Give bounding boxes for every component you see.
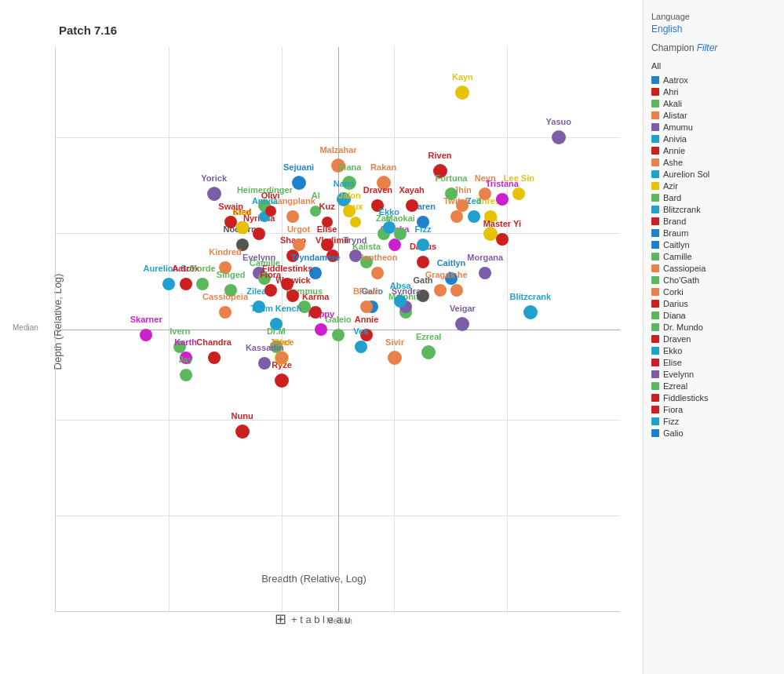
data-point[interactable] [406, 199, 418, 212]
filter-label[interactable]: Filter [697, 42, 718, 53]
data-point[interactable] [342, 176, 356, 190]
data-point[interactable] [180, 369, 192, 381]
data-point[interactable] [388, 239, 401, 251]
legend-item[interactable]: Evelynn [651, 370, 776, 379]
legend-item[interactable]: Ahri [651, 87, 776, 97]
all-label[interactable]: All [651, 61, 776, 71]
data-point[interactable] [394, 295, 407, 308]
data-point[interactable] [468, 210, 480, 223]
data-point[interactable] [219, 261, 232, 274]
legend-item[interactable]: Fiddlesticks [651, 393, 776, 403]
data-point[interactable] [377, 176, 391, 190]
legend-item[interactable]: Diana [651, 311, 776, 320]
data-point[interactable] [332, 329, 345, 341]
legend-item[interactable]: Akali [651, 99, 776, 108]
data-point[interactable] [417, 256, 429, 268]
data-point[interactable] [286, 290, 299, 302]
data-point[interactable] [321, 239, 334, 251]
data-point[interactable] [207, 187, 221, 201]
data-point[interactable] [371, 199, 384, 212]
data-point[interactable] [496, 193, 509, 206]
legend-item[interactable]: Cho'Gath [651, 275, 776, 285]
legend-item[interactable]: Anivia [651, 134, 776, 144]
language-value[interactable]: English [651, 24, 776, 35]
data-point[interactable] [360, 301, 373, 313]
legend-item[interactable]: Bard [651, 193, 776, 202]
data-point[interactable] [371, 267, 384, 279]
data-point[interactable] [455, 317, 469, 331]
legend-item[interactable]: Galio [651, 428, 776, 438]
data-point[interactable] [388, 351, 402, 365]
legend-item[interactable]: Annie [651, 146, 776, 155]
legend-item[interactable]: Cassiopeia [651, 264, 776, 273]
data-point[interactable] [219, 306, 232, 319]
legend-item[interactable]: Caitlyn [651, 240, 776, 250]
data-point[interactable] [445, 272, 458, 285]
legend-item[interactable]: Braum [651, 228, 776, 238]
data-point[interactable] [236, 239, 249, 251]
data-point[interactable] [479, 188, 491, 200]
data-point[interactable] [196, 278, 209, 290]
data-point[interactable] [349, 250, 362, 262]
data-point[interactable] [343, 205, 356, 217]
legend-item[interactable]: Darius [651, 299, 776, 308]
legend-item[interactable]: Ekko [651, 346, 776, 355]
data-point[interactable] [360, 256, 373, 268]
legend-item[interactable]: Camille [651, 252, 776, 261]
data-point[interactable] [162, 278, 175, 290]
data-point[interactable] [512, 188, 525, 200]
legend-item[interactable]: Elise [651, 358, 776, 367]
data-point[interactable] [309, 267, 322, 279]
data-point[interactable] [383, 221, 396, 234]
data-point[interactable] [264, 284, 277, 297]
data-point[interactable] [310, 206, 321, 217]
data-point[interactable] [355, 341, 367, 353]
legend-item[interactable]: Aatrox [651, 75, 776, 85]
data-point[interactable] [417, 216, 429, 228]
data-point[interactable] [455, 86, 469, 100]
data-point[interactable] [433, 164, 447, 178]
data-point[interactable] [394, 228, 407, 240]
data-point[interactable] [224, 284, 237, 297]
legend-item[interactable]: Fiora [651, 405, 776, 414]
data-point[interactable] [456, 199, 469, 212]
legend-item[interactable]: Dr. Mundo [651, 322, 776, 332]
data-point[interactable] [293, 239, 305, 251]
legend-item[interactable]: Fizz [651, 417, 776, 426]
data-point[interactable] [350, 217, 361, 228]
data-point[interactable] [326, 250, 339, 262]
data-point[interactable] [235, 424, 250, 439]
data-point[interactable] [479, 267, 491, 279]
data-point[interactable] [417, 290, 429, 302]
data-point[interactable] [270, 318, 283, 330]
data-point[interactable] [315, 323, 327, 336]
legend-item[interactable]: Alistar [651, 111, 776, 120]
legend-item[interactable]: Corki [651, 287, 776, 297]
data-point[interactable] [140, 329, 152, 341]
data-point[interactable] [292, 176, 306, 190]
data-point[interactable] [236, 221, 249, 234]
data-point[interactable] [275, 373, 289, 388]
data-point[interactable] [450, 284, 463, 297]
data-point[interactable] [552, 130, 566, 144]
legend-item[interactable]: Aurelion Sol [651, 169, 776, 179]
data-point[interactable] [208, 352, 221, 364]
legend-item[interactable]: Ezreal [651, 381, 776, 391]
data-point[interactable] [253, 228, 265, 240]
data-point[interactable] [331, 158, 345, 173]
data-point[interactable] [496, 233, 509, 246]
data-point[interactable] [286, 250, 299, 262]
data-point[interactable] [298, 301, 311, 313]
data-point[interactable] [286, 210, 299, 223]
data-point[interactable] [523, 305, 538, 319]
legend-item[interactable]: Blitzcrank [651, 205, 776, 214]
legend-item[interactable]: Azir [651, 181, 776, 191]
legend-item[interactable]: Ashe [651, 158, 776, 167]
legend-item[interactable]: Amumu [651, 122, 776, 132]
data-point[interactable] [265, 206, 276, 217]
data-point[interactable] [258, 357, 271, 370]
data-point[interactable] [417, 239, 429, 251]
data-point[interactable] [445, 188, 458, 200]
data-point[interactable] [322, 217, 333, 228]
data-point[interactable] [484, 210, 497, 223]
